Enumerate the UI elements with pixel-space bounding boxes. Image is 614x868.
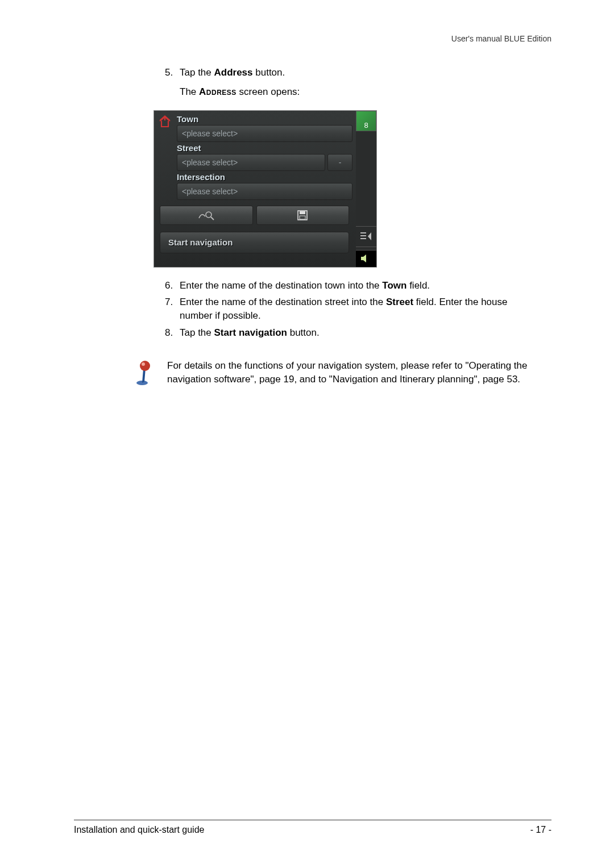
speaker-mute-icon[interactable]: [356, 250, 376, 267]
step-5-body: Tap the Address button.: [180, 66, 540, 80]
intersection-field[interactable]: <please select>: [177, 183, 352, 200]
placeholder: <please select>: [182, 187, 238, 196]
text: Tap the: [180, 327, 214, 338]
info-text: For details on the functions of your nav…: [167, 359, 540, 386]
step-8-num: 8.: [165, 326, 180, 340]
step-8: 8. Tap the Start navigation button.: [165, 326, 540, 340]
step-6: 6. Enter the name of the destination tow…: [165, 279, 540, 293]
svg-point-10: [142, 362, 145, 366]
bold: Address: [214, 67, 253, 78]
svg-rect-6: [300, 211, 305, 214]
smallcaps: Address: [199, 86, 237, 97]
placeholder: <please select>: [182, 158, 238, 167]
text: Enter the name of the destination street…: [180, 297, 386, 307]
intersection-label: Intersection: [177, 172, 352, 182]
satellite-count: 8: [364, 121, 368, 130]
text: field.: [406, 280, 430, 291]
bold: Town: [382, 280, 406, 291]
step-7-num: 7.: [165, 295, 180, 323]
text: Enter the name of the destination town i…: [180, 280, 382, 291]
right-toolbar: [356, 131, 376, 267]
pushpin-icon: [131, 359, 156, 386]
house-number-field[interactable]: -: [327, 154, 352, 171]
placeholder: <please select>: [182, 129, 238, 138]
page-header-right: User's manual BLUE Edition: [74, 34, 551, 43]
start-navigation-label: Start navigation: [168, 237, 233, 247]
street-field[interactable]: <please select>: [177, 154, 325, 171]
svg-rect-7: [300, 216, 305, 219]
street-label: Street: [177, 143, 352, 153]
step-6-num: 6.: [165, 279, 180, 293]
save-button[interactable]: [256, 206, 350, 225]
svg-point-3: [206, 212, 211, 218]
svg-point-9: [140, 361, 150, 371]
svg-rect-1: [360, 235, 366, 236]
text: Tap the: [180, 67, 214, 78]
start-navigation-button[interactable]: Start navigation: [160, 232, 349, 253]
placeholder: -: [339, 158, 342, 167]
text: The: [180, 86, 199, 97]
address-screen: 8: [154, 110, 377, 268]
footer-page: - 17 -: [530, 825, 551, 835]
text: button.: [287, 327, 320, 338]
satellite-status[interactable]: 8: [356, 111, 376, 131]
town-label: Town: [177, 114, 352, 124]
bold: Street: [386, 297, 413, 307]
step-7: 7. Enter the name of the destination str…: [165, 295, 540, 323]
step-7-body: Enter the name of the destination street…: [180, 295, 540, 323]
text: button.: [253, 67, 285, 78]
bold: Start navigation: [214, 327, 287, 338]
svg-rect-2: [360, 238, 366, 239]
step-6-body: Enter the name of the destination town i…: [180, 279, 540, 293]
page-footer: Installation and quick-start guide - 17 …: [74, 820, 551, 835]
info-note: For details on the functions of your nav…: [131, 359, 540, 386]
step-5: 5. Tap the Address button.: [165, 66, 540, 80]
menu-back-button[interactable]: [356, 226, 376, 247]
town-field[interactable]: <please select>: [177, 125, 352, 142]
text: screen opens:: [237, 86, 300, 97]
zoom-route-button[interactable]: [160, 206, 253, 225]
step-5-sub: The Address screen opens:: [180, 85, 540, 99]
svg-rect-0: [360, 232, 366, 233]
svg-line-4: [211, 217, 214, 220]
footer-left: Installation and quick-start guide: [74, 825, 204, 835]
step-5-num: 5.: [165, 66, 180, 80]
step-8-body: Tap the Start navigation button.: [180, 326, 540, 340]
